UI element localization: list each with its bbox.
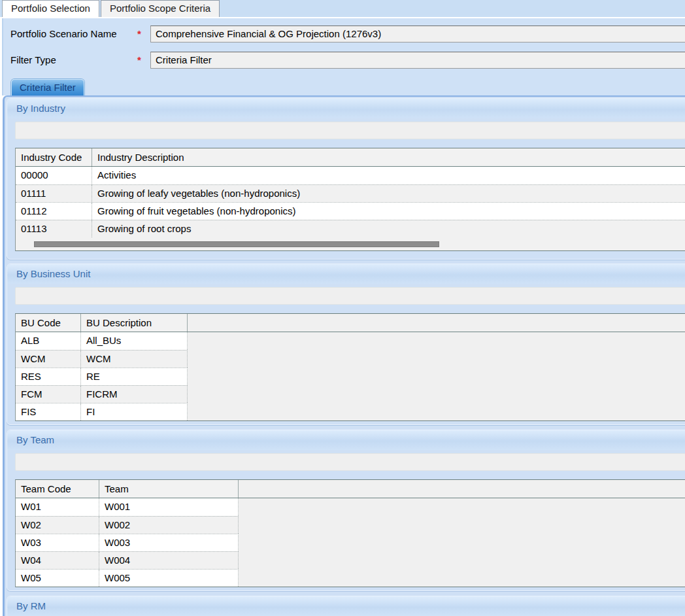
cell-industry-description: Growing of fruit vegetables (non-hydropo… (92, 203, 685, 220)
criteria-filter-panel: By Industry Industry Code Industry Descr… (3, 95, 685, 616)
by-team-toolbar (15, 453, 685, 471)
cell-team-code: W02 (16, 517, 99, 534)
section-by-industry-header: By Industry (7, 99, 685, 118)
tab-portfolio-scope-criteria[interactable]: Portfolio Scope Criteria (101, 0, 220, 17)
cell-team: W003 (99, 534, 238, 551)
form-row-scenario-name: Portfolio Scenario Name * Comprehensive … (3, 26, 685, 43)
filter-type-field[interactable]: Criteria Filter (150, 52, 685, 69)
by-industry-toolbar (15, 122, 685, 139)
section-title: By Industry (7, 99, 65, 118)
cell-industry-code: 00000 (16, 167, 92, 184)
table-row[interactable]: 01113 Growing of root crops (16, 220, 685, 237)
cell-bu-description: RE (81, 368, 187, 385)
cell-team: W001 (99, 498, 238, 516)
cell-industry-code: 01113 (16, 220, 92, 237)
column-header-industry-description[interactable]: Industry Description (92, 148, 685, 166)
table-row[interactable]: FIS FI (16, 403, 188, 420)
table-header-row: BU Code BU Description (16, 314, 685, 332)
table-row[interactable]: W05 W005 (16, 569, 239, 587)
table-row[interactable]: WCM WCM (16, 350, 188, 368)
cell-team-code: W03 (16, 534, 99, 551)
cell-bu-description: All_BUs (81, 332, 187, 350)
section-by-rm-header: By RM (7, 596, 685, 616)
cell-team: W004 (99, 552, 238, 569)
by-business-unit-table: BU Code BU Description ALB All_BUs WCM W… (15, 313, 685, 421)
section-title: By RM (7, 596, 46, 616)
cell-industry-description: Activities (92, 167, 685, 184)
top-tabstrip: Portfolio Selection Portfolio Scope Crit… (0, 0, 685, 18)
cell-team: W005 (99, 570, 238, 587)
cell-team-code: W01 (16, 498, 99, 516)
cell-team-code: W05 (16, 570, 99, 587)
section-by-business-unit-header: By Business Unit (7, 264, 685, 284)
table-header-row: Team Code Team (16, 480, 685, 498)
column-header-bu-code[interactable]: BU Code (16, 314, 81, 332)
table-header-row: Industry Code Industry Description (16, 148, 685, 167)
cell-bu-description: FI (81, 403, 187, 420)
horizontal-scrollbar (16, 237, 685, 250)
table-row[interactable]: ALB All_BUs (16, 332, 188, 350)
table-row[interactable]: W02 W002 (16, 516, 239, 534)
table-row[interactable]: W03 W003 (16, 534, 239, 551)
cell-bu-code: FCM (16, 386, 81, 403)
section-by-business-unit: By Business Unit BU Code BU Description … (7, 264, 685, 425)
column-header-team[interactable]: Team (99, 480, 239, 498)
table-row[interactable]: FCM FICRM (16, 385, 188, 403)
portfolio-scenario-name-label: Portfolio Scenario Name (10, 28, 117, 39)
portfolio-form: Portfolio Scenario Name * Comprehensive … (2, 18, 685, 95)
section-by-team: By Team Team Code Team W01 W001 W02 W002… (7, 430, 685, 591)
cell-bu-code: WCM (16, 351, 81, 368)
required-asterisk: * (137, 54, 141, 65)
cell-industry-description: Growing of root crops (92, 220, 685, 237)
cell-team: W002 (99, 517, 238, 534)
by-business-unit-toolbar (15, 287, 685, 305)
column-header-team-code[interactable]: Team Code (16, 480, 99, 498)
table-row[interactable]: 01111 Growing of leafy vegetables (non-h… (16, 184, 685, 202)
cell-bu-code: ALB (16, 332, 81, 350)
required-asterisk: * (137, 28, 141, 39)
table-row[interactable]: W01 W001 (16, 498, 239, 516)
table-row[interactable]: 01112 Growing of fruit vegetables (non-h… (16, 202, 685, 220)
cell-industry-description: Growing of leafy vegetables (non-hydropo… (92, 185, 685, 202)
cell-industry-code: 01111 (16, 185, 92, 202)
table-row[interactable]: W04 W004 (16, 551, 239, 569)
section-by-team-header: By Team (7, 430, 685, 450)
tab-criteria-filter[interactable]: Criteria Filter (11, 79, 84, 95)
cell-bu-code: FIS (16, 403, 81, 420)
cell-bu-description: FICRM (81, 386, 187, 403)
cell-bu-code: RES (16, 368, 81, 385)
portfolio-scenario-name-field[interactable]: Comprehensive Financial & OG Projection … (150, 26, 685, 43)
section-by-industry: By Industry Industry Code Industry Descr… (7, 98, 685, 260)
portfolio-selection-screen: Portfolio Selection Portfolio Scope Crit… (0, 0, 685, 616)
form-row-filter-type: Filter Type * Criteria Filter (3, 52, 685, 69)
table-row[interactable]: 00000 Activities (16, 167, 685, 184)
tab-portfolio-selection[interactable]: Portfolio Selection (2, 0, 99, 17)
by-industry-table: Industry Code Industry Description 00000… (15, 148, 685, 251)
section-title: By Business Unit (7, 264, 90, 284)
section-by-rm: By RM (7, 596, 685, 616)
by-team-table: Team Code Team W01 W001 W02 W002 W03 W00… (15, 479, 685, 587)
table-row[interactable]: RES RE (16, 368, 188, 385)
filter-type-label: Filter Type (10, 54, 56, 65)
cell-bu-description: WCM (81, 351, 187, 368)
column-header-bu-description[interactable]: BU Description (81, 314, 188, 332)
cell-industry-code: 01112 (16, 203, 92, 220)
column-header-industry-code[interactable]: Industry Code (16, 148, 92, 166)
section-title: By Team (7, 430, 54, 450)
horizontal-scrollbar-thumb[interactable] (34, 241, 439, 247)
cell-team-code: W04 (16, 552, 99, 569)
